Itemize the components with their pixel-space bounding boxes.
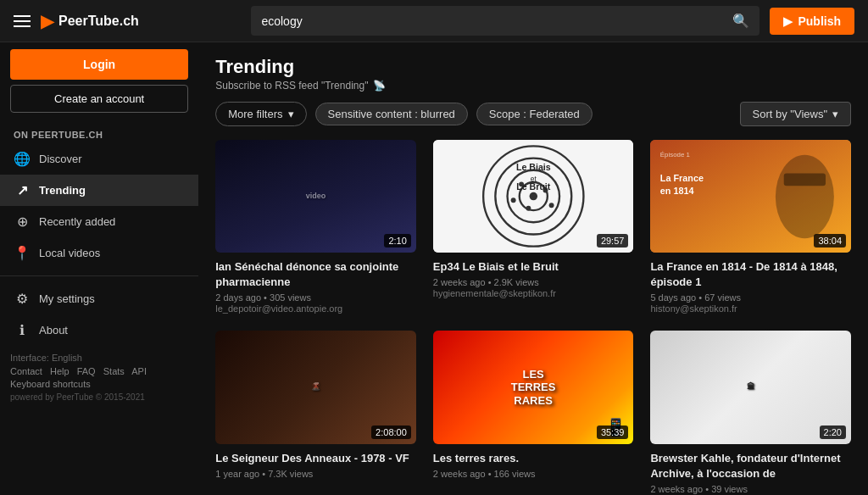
contact-link[interactable]: Contact xyxy=(10,366,42,376)
svg-point-5 xyxy=(529,192,537,200)
svg-text:en 1814: en 1814 xyxy=(660,186,694,196)
video-duration: 2:20 xyxy=(820,425,846,439)
rss-text: Subscribe to RSS feed "Trending" xyxy=(215,80,368,92)
video-grid: video 2:10 Ian Sénéchal dénonce sa conjo… xyxy=(215,140,851,495)
filters-bar: More filters ▾ Sensitive content : blurr… xyxy=(215,102,851,126)
video-title: Ep34 Le Biais et le Bruit xyxy=(433,259,634,275)
video-title: Brewster Kahle, fondateur d'Internet Arc… xyxy=(650,451,851,481)
svg-text:La France: La France xyxy=(660,173,704,183)
video-meta: 2 weeks ago • 39 views xyxy=(650,484,851,494)
video-card[interactable]: LES TERRES RARES 📱 35:39 Les terres rare… xyxy=(433,331,634,494)
svg-point-8 xyxy=(526,206,531,211)
logo-icon: ▶ xyxy=(41,11,53,31)
sidebar-divider xyxy=(0,275,198,276)
sidebar-label-recently-added: Recently added xyxy=(39,215,115,228)
sidebar: Login Create an account ON PEERTUBE.CH 🌐… xyxy=(0,42,198,495)
video-card[interactable]: 🏛 2:20 Brewster Kahle, fondateur d'Inter… xyxy=(650,331,851,494)
plus-circle-icon: ⊕ xyxy=(14,214,31,230)
powered-by: powered by PeerTube © 2015-2021 xyxy=(10,392,188,402)
chevron-down-icon: ▾ xyxy=(288,108,294,120)
interface-label: Interface: English xyxy=(10,353,188,363)
logo[interactable]: ▶ PeerTube.ch xyxy=(41,11,139,31)
video-duration: 2:08:00 xyxy=(371,425,411,439)
sort-label: Sort by "Views" xyxy=(753,108,827,120)
sidebar-label-local-videos: Local videos xyxy=(39,247,100,259)
svg-rect-19 xyxy=(784,173,826,186)
video-channel: le_depotoir@video.antopie.org xyxy=(215,303,416,314)
help-link[interactable]: Help xyxy=(50,366,70,376)
sidebar-footer: Interface: English Contact Help FAQ Stat… xyxy=(0,346,198,409)
video-info: Ep34 Le Biais et le Bruit 2 weeks ago • … xyxy=(433,253,634,298)
main-content: Trending Subscribe to RSS feed "Trending… xyxy=(198,42,868,495)
publish-label: Publish xyxy=(798,14,841,28)
sensitive-content-badge[interactable]: Sensitive content : blurred xyxy=(315,103,468,125)
page-title: Trending xyxy=(215,56,851,78)
scope-label: Scope : Federated xyxy=(489,108,580,120)
globe-icon: 🌐 xyxy=(14,151,31,167)
login-button[interactable]: Login xyxy=(10,49,188,80)
rss-icon: 📡 xyxy=(373,80,386,92)
logo-text: PeerTube.ch xyxy=(58,14,139,29)
sidebar-label-about: About xyxy=(39,324,68,336)
api-link[interactable]: API xyxy=(131,366,147,376)
video-duration: 29:57 xyxy=(597,234,629,248)
sidebar-label-trending: Trending xyxy=(39,184,86,197)
faq-link[interactable]: FAQ xyxy=(77,366,96,376)
video-info: Brewster Kahle, fondateur d'Internet Arc… xyxy=(650,444,851,494)
create-account-button[interactable]: Create an account xyxy=(10,85,188,113)
video-meta: 1 year ago • 7.3K views xyxy=(215,469,416,479)
video-title: Les terres rares. xyxy=(433,451,634,466)
sidebar-item-settings[interactable]: ⚙ My settings xyxy=(0,283,198,314)
svg-text:Le Biais: Le Biais xyxy=(516,162,551,172)
sidebar-item-recently-added[interactable]: ⊕ Recently added xyxy=(0,206,198,237)
video-info: Ian Sénéchal dénonce sa conjointe pharma… xyxy=(215,253,416,314)
keyboard-shortcuts-link[interactable]: Keyboard shortcuts xyxy=(10,379,188,389)
search-bar: 🔍 xyxy=(251,6,760,36)
video-card[interactable]: video 2:10 Ian Sénéchal dénonce sa conjo… xyxy=(215,140,416,314)
pin-icon: 📍 xyxy=(14,245,31,261)
sidebar-item-trending[interactable]: ↗ Trending xyxy=(0,175,198,206)
more-filters-button[interactable]: More filters ▾ xyxy=(215,102,306,126)
publish-button[interactable]: ▶ Publish xyxy=(770,8,854,35)
video-card[interactable]: 🌋 2:08:00 Le Seigneur Des Anneaux - 1978… xyxy=(215,331,416,494)
more-filters-label: More filters xyxy=(228,108,282,120)
sort-chevron-icon: ▾ xyxy=(832,108,838,120)
scope-badge[interactable]: Scope : Federated xyxy=(476,103,593,125)
svg-point-10 xyxy=(510,197,515,203)
trending-icon: ↗ xyxy=(14,182,31,198)
video-duration: 2:10 xyxy=(384,234,410,248)
thumbnail: video 2:10 xyxy=(215,140,416,253)
thumbnail: Le Biais et Le Bruit 29:57 xyxy=(433,140,634,253)
video-meta: 2 days ago • 305 views xyxy=(215,292,416,303)
sidebar-label-discover: Discover xyxy=(39,153,82,165)
video-card[interactable]: Le Biais et Le Bruit 29:57 Ep34 Le Biais… xyxy=(433,140,634,314)
header: ▶ PeerTube.ch 🔍 ▶ Publish xyxy=(0,0,868,42)
svg-text:Le Bruit: Le Bruit xyxy=(516,181,551,192)
rss-link[interactable]: Subscribe to RSS feed "Trending" 📡 xyxy=(215,80,851,92)
video-card[interactable]: Épisode 1 La France en 1814 38:04 La Fra… xyxy=(650,140,851,314)
publish-icon: ▶ xyxy=(783,14,793,28)
video-title: Ian Sénéchal dénonce sa conjointe pharma… xyxy=(215,259,416,290)
video-meta: 2 weeks ago • 2.9K views xyxy=(433,277,634,287)
sensitive-content-label: Sensitive content : blurred xyxy=(328,108,455,120)
video-info: Les terres rares. 2 weeks ago • 166 view… xyxy=(433,444,634,479)
video-title: La France en 1814 - De 1814 à 1848, épis… xyxy=(650,259,851,290)
video-meta: 5 days ago • 67 views xyxy=(650,292,851,303)
sidebar-item-local-videos[interactable]: 📍 Local videos xyxy=(0,237,198,269)
video-duration: 35:39 xyxy=(597,425,629,439)
search-input[interactable] xyxy=(251,8,722,35)
sidebar-item-discover[interactable]: 🌐 Discover xyxy=(0,143,198,175)
thumbnail: 🏛 2:20 xyxy=(650,331,851,443)
stats-link[interactable]: Stats xyxy=(103,366,125,376)
svg-point-9 xyxy=(548,203,554,208)
page-header: Trending Subscribe to RSS feed "Trending… xyxy=(215,56,851,92)
thumbnail: Épisode 1 La France en 1814 38:04 xyxy=(650,140,851,253)
sidebar-item-about[interactable]: ℹ About xyxy=(0,314,198,346)
sort-button[interactable]: Sort by "Views" ▾ xyxy=(740,102,851,126)
video-channel: histony@skeptikon.fr xyxy=(650,303,851,314)
hamburger-button[interactable] xyxy=(14,15,31,27)
sidebar-section-label: ON PEERTUBE.CH xyxy=(0,123,198,143)
info-icon: ℹ xyxy=(14,322,31,338)
search-button[interactable]: 🔍 xyxy=(722,6,760,36)
thumbnail: LES TERRES RARES 📱 35:39 xyxy=(433,331,634,443)
